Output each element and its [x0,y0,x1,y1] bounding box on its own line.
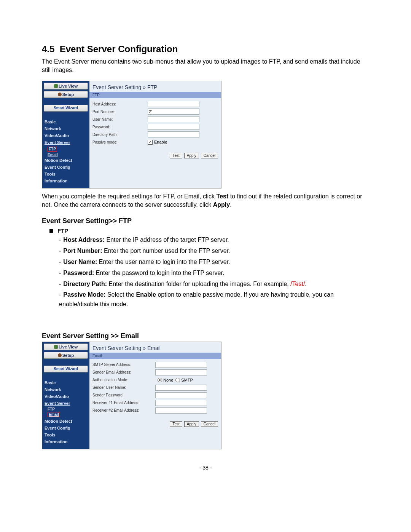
sidebar-item-basic[interactable]: Basic [44,379,88,386]
sidebar: Live View Setup Smart Wizard Basic Netwo… [42,342,89,449]
host-address-input[interactable] [148,101,199,107]
auth-smtp-radio[interactable] [175,378,180,382]
smart-wizard-button[interactable]: Smart Wizard [44,366,88,372]
port-number-input[interactable] [148,109,199,115]
smtp-input[interactable] [155,362,207,368]
gear-icon [58,93,62,96]
sidebar-item-event-config[interactable]: Event Config [44,164,88,171]
mid-paragraph: When you complete the required settings … [42,192,369,209]
live-view-button[interactable]: Live View [44,343,88,350]
sidebar-sub-email[interactable]: Email [48,412,60,417]
live-view-button[interactable]: Live View [44,83,88,89]
sidebar: Live View Setup Smart Wizard Basic Netwo… [42,81,89,188]
sidebar-item-network[interactable]: Network [44,125,88,132]
intro-paragraph: The Event Server menu contains two sub-m… [42,58,369,74]
passive-enable-label: Enable [154,140,167,144]
sidebar-item-network[interactable]: Network [44,386,88,393]
email-subheading: Event Server Setting >> Email [42,332,369,340]
ftp-subheading: Event Server Setting>> FTP [42,217,369,225]
sender-email-input[interactable] [155,369,207,375]
tab-email: Email [89,353,221,359]
label-smtp: SMTP Server Address: [92,363,155,367]
setup-button[interactable]: Setup [44,352,88,359]
breadcrumb: Event Server Setting » Email [89,342,221,353]
sender-user-input[interactable] [155,385,207,391]
sidebar-item-tools[interactable]: Tools [44,171,88,177]
smart-wizard-button[interactable]: Smart Wizard [44,105,88,112]
camera-icon [54,84,58,88]
auth-smtp-label: SMTP [181,378,193,382]
section-heading: 4.5 Event Server Configuration [42,44,369,54]
directory-path-input[interactable] [148,131,199,137]
label-password: Password: [92,125,148,129]
sidebar-item-basic[interactable]: Basic [44,118,88,125]
screenshot-email: Live View Setup Smart Wizard Basic Netwo… [42,342,221,449]
receiver2-input[interactable] [155,407,207,414]
sidebar-item-event-config[interactable]: Event Config [44,425,88,431]
sidebar-item-information[interactable]: Information [44,177,88,184]
page-number: - 38 - [42,465,369,471]
sender-pass-input[interactable] [155,392,207,398]
sidebar-item-motion-detect[interactable]: Motion Detect [44,418,88,425]
test-button[interactable]: Test [170,153,182,158]
label-receiver2: Receiver #2 Email Address: [92,408,155,412]
receiver1-input[interactable] [155,400,207,406]
password-input[interactable] [148,124,199,130]
label-receiver1: Receiver #1 Email Address: [92,401,155,405]
auth-none-label: None [163,378,173,382]
apply-button[interactable]: Apply [184,153,199,158]
sidebar-item-video-audio[interactable]: Video/Audio [44,393,88,400]
sidebar-item-event-server[interactable]: Event Server [44,400,88,407]
sidebar-item-information[interactable]: Information [44,438,88,445]
sidebar-sub-email[interactable]: Email [48,152,58,157]
cancel-button[interactable]: Cancel [201,153,218,158]
camera-icon [54,345,58,349]
label-directory-path: Directory Path: [92,133,148,137]
square-bullet-icon [49,229,53,233]
label-sender-pass: Sender Password: [92,393,155,397]
sidebar-item-video-audio[interactable]: Video/Audio [44,132,88,139]
breadcrumb: Event Server Setting » FTP [89,81,221,92]
apply-button[interactable]: Apply [184,421,199,427]
label-user-name: User Name: [92,117,148,121]
setup-button[interactable]: Setup [44,91,88,98]
label-auth-mode: Authentication Mode: [92,378,155,382]
passive-enable-checkbox[interactable]: ✓ [148,140,153,145]
label-passive-mode: Passive mode: [92,140,148,144]
label-sender-email: Sender Email Address: [92,370,155,374]
sidebar-item-tools[interactable]: Tools [44,431,88,438]
user-name-input[interactable] [148,116,199,122]
ftp-item-list: -Host Address: Enter the IP address of t… [59,235,369,309]
test-button[interactable]: Test [170,421,182,427]
gear-icon [58,353,62,357]
label-host-address: Host Address: [92,102,148,106]
ftp-bullet: FTP [49,227,369,234]
label-port-number: Port Number: [92,110,148,114]
screenshot-ftp: Live View Setup Smart Wizard Basic Netwo… [42,81,221,189]
tab-ftp: FTP [89,92,221,98]
cancel-button[interactable]: Cancel [201,421,218,427]
auth-none-radio[interactable] [158,378,162,382]
sidebar-item-event-server[interactable]: Event Server [44,139,88,146]
sidebar-sub-ftp[interactable]: FTP [48,147,57,152]
label-sender-user: Sender User Name: [92,385,155,390]
sidebar-item-motion-detect[interactable]: Motion Detect [44,157,88,164]
